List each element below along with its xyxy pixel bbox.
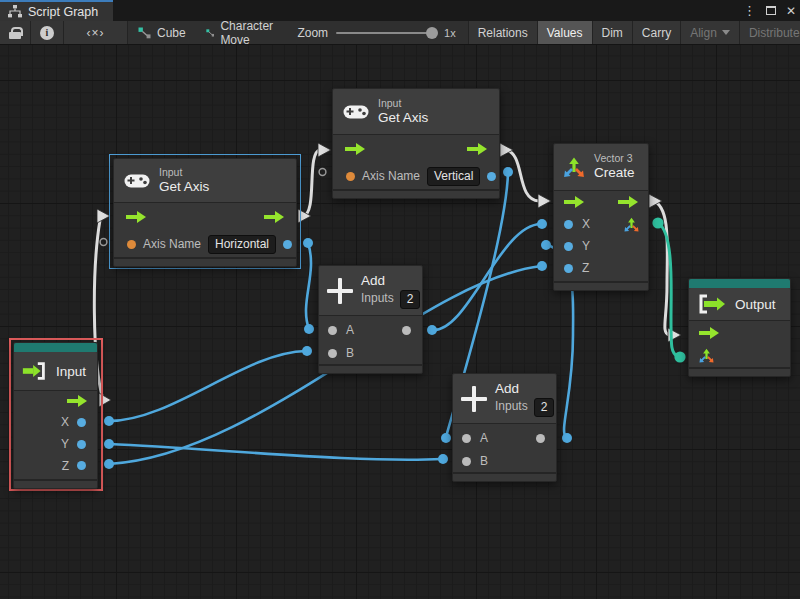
node-footer <box>14 479 97 488</box>
relations-button[interactable]: Relations <box>469 21 538 44</box>
port-a[interactable] <box>462 434 471 443</box>
port-y-label: Y <box>61 437 69 451</box>
flow-in-port[interactable] <box>345 143 365 156</box>
port-a-label: A <box>480 431 488 445</box>
port-b-label: B <box>480 454 488 468</box>
inputs-field[interactable]: 2 <box>400 290 421 309</box>
port-z[interactable] <box>564 264 573 273</box>
node-footer <box>453 472 556 481</box>
flow-in-port[interactable] <box>564 196 584 209</box>
graph-toolbar: i ‹×› Cube Character Move Zoom 1x <box>0 21 800 45</box>
plus-icon <box>461 386 487 412</box>
port-x[interactable] <box>77 418 86 427</box>
node-vector3-create[interactable]: Vector 3 Create X Y Z <box>553 143 649 291</box>
axis-name-field[interactable]: Vertical <box>427 167 480 186</box>
align-dropdown[interactable]: Align <box>681 21 740 44</box>
zoom-label: Zoom <box>297 26 328 40</box>
zoom-slider[interactable] <box>336 32 436 34</box>
tab-script-graph[interactable]: Script Graph <box>0 0 113 21</box>
axis-name-port[interactable] <box>346 172 355 181</box>
node-footer <box>114 257 296 266</box>
distribute-dropdown[interactable]: Distribute <box>740 21 800 44</box>
unit-category-strip <box>14 343 97 352</box>
node-title: Input <box>56 364 86 379</box>
variables-icon: ‹×› <box>87 26 105 40</box>
breadcrumb-label: Cube <box>157 26 186 40</box>
port-a[interactable] <box>328 326 337 335</box>
vector3-input-port[interactable] <box>698 347 715 364</box>
input-icon <box>21 361 49 381</box>
sum-port[interactable] <box>536 434 545 443</box>
node-get-axis-vertical[interactable]: Input Get Axis Axis Name Vertical <box>332 88 500 199</box>
gamepad-icon <box>124 172 150 189</box>
axis-name-port[interactable] <box>127 240 136 249</box>
graph-tree-icon <box>8 5 22 18</box>
node-subtitle: Vector 3 <box>594 152 635 165</box>
flow-out-port[interactable] <box>467 143 487 156</box>
tab-bar: Script Graph ⋮ ✕ <box>0 0 800 21</box>
node-input[interactable]: Input X Y Z <box>13 342 98 489</box>
flow-out-port[interactable] <box>264 211 284 224</box>
unit-category-strip <box>689 279 790 288</box>
port-x[interactable] <box>564 220 573 229</box>
node-add-1[interactable]: Add Inputs 2 A B <box>318 265 423 374</box>
port-x-label: X <box>61 415 69 429</box>
port-y[interactable] <box>77 440 86 449</box>
node-subtitle: Input <box>378 97 428 110</box>
info-button[interactable]: i <box>31 21 64 44</box>
zoom-slider-handle[interactable] <box>426 27 438 39</box>
lock-icon <box>9 27 21 39</box>
node-title: Get Axis <box>159 179 209 196</box>
chevron-down-icon <box>722 30 730 35</box>
window-menu-icon[interactable]: ⋮ <box>743 4 756 17</box>
breadcrumb-character-move[interactable]: Character Move <box>196 21 288 44</box>
result-port[interactable] <box>283 240 292 249</box>
node-add-2[interactable]: Add Inputs 2 A B <box>452 373 557 482</box>
gamepad-icon <box>343 103 369 120</box>
port-z[interactable] <box>77 461 86 470</box>
port-y[interactable] <box>564 242 573 251</box>
mini-graph-icon <box>206 27 215 39</box>
lock-button[interactable] <box>0 21 31 44</box>
node-title: Add <box>361 272 420 290</box>
node-subtitle: Input <box>159 166 209 179</box>
inputs-label: Inputs <box>361 291 394 307</box>
inputs-field[interactable]: 2 <box>534 398 555 417</box>
port-b-label: B <box>346 346 354 360</box>
node-title: Add <box>495 380 554 398</box>
flow-in-port[interactable] <box>126 211 146 224</box>
axis-name-field[interactable]: Horizontal <box>208 235 276 254</box>
close-icon[interactable]: ✕ <box>786 5 796 17</box>
port-z-label: Z <box>582 261 589 275</box>
node-footer <box>333 189 499 198</box>
vector3-output-port[interactable] <box>623 216 640 233</box>
values-button[interactable]: Values <box>538 21 593 44</box>
axis-name-label: Axis Name <box>362 169 420 183</box>
carry-button[interactable]: Carry <box>633 21 681 44</box>
port-z-label: Z <box>62 459 69 473</box>
zoom-control: Zoom 1x <box>287 21 465 44</box>
node-get-axis-horizontal[interactable]: Input Get Axis Axis Name Horizontal <box>113 158 297 267</box>
port-x-label: X <box>582 217 590 231</box>
node-title: Output <box>735 297 776 312</box>
flow-out-port[interactable] <box>67 395 87 408</box>
breadcrumb-cube[interactable]: Cube <box>128 21 196 44</box>
variables-button[interactable]: ‹×› <box>64 21 128 44</box>
mini-graph-icon <box>138 27 151 39</box>
flow-in-port[interactable] <box>699 327 719 340</box>
port-b[interactable] <box>328 349 337 358</box>
result-port[interactable] <box>487 172 496 181</box>
dim-button[interactable]: Dim <box>593 21 633 44</box>
node-title: Get Axis <box>378 110 428 127</box>
node-footer <box>689 367 790 376</box>
inputs-label: Inputs <box>495 399 528 415</box>
sum-port[interactable] <box>402 326 411 335</box>
port-y-label: Y <box>582 239 590 253</box>
info-icon: i <box>40 26 54 40</box>
node-output[interactable]: Output <box>688 278 791 377</box>
output-icon <box>697 294 727 314</box>
flow-out-port[interactable] <box>618 196 638 209</box>
maximize-icon[interactable] <box>766 6 776 15</box>
port-b[interactable] <box>462 457 471 466</box>
script-graph-window: Script Graph ⋮ ✕ i ‹×› Cube <box>0 0 800 599</box>
